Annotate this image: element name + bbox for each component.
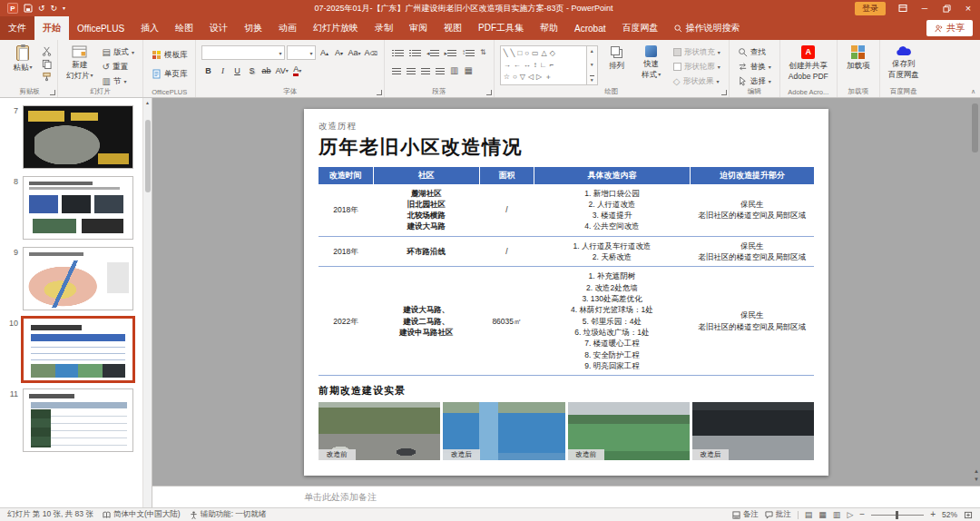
slide-10-thumbnail-selected[interactable] [23, 318, 133, 381]
underline-button[interactable]: U [230, 64, 243, 77]
login-button[interactable]: 登录 [855, 2, 886, 15]
font-name-combobox[interactable]: ▾ [201, 45, 285, 60]
notes-pane[interactable]: 单击此处添加备注 [152, 486, 980, 507]
tab-design[interactable]: 设计 [201, 16, 236, 40]
layout-button[interactable]: ▤版式▾ [100, 45, 137, 59]
clear-formatting-icon[interactable]: A⌫ [364, 46, 379, 60]
minimize-button[interactable]: ─ [915, 1, 935, 15]
photo-before-court[interactable]: 改造前 [568, 402, 690, 460]
copy-icon[interactable] [42, 59, 52, 69]
shape-effects-button[interactable]: ◇形状效果▾ [671, 74, 723, 88]
line-spacing-button[interactable]: ↕ [460, 46, 476, 59]
tab-slideshow[interactable]: 幻灯片放映 [305, 16, 367, 40]
section-button[interactable]: ▥节▾ [100, 74, 137, 88]
slide-7-thumbnail[interactable] [23, 105, 133, 169]
spelling-status[interactable]: 简体中文(中国大陆) [103, 509, 181, 520]
slide-indicator[interactable]: 幻灯片 第 10 张, 共 83 张 [7, 509, 93, 520]
new-slide-button[interactable]: 新建 幻灯片▾ [64, 43, 96, 80]
cut-icon[interactable] [42, 46, 52, 56]
scroll-up-icon[interactable]: ▲ [145, 98, 150, 107]
slide-sorter-view-icon[interactable]: ▦ [818, 511, 827, 519]
decrease-indent-button[interactable]: ◂ [425, 46, 441, 59]
tab-record[interactable]: 录制 [367, 16, 401, 40]
slideshow-view-icon[interactable]: ▷ [847, 511, 853, 519]
tab-help[interactable]: 帮助 [532, 16, 566, 40]
bold-button[interactable]: B [201, 64, 214, 77]
tab-officeplus[interactable]: OfficePLUS [69, 16, 132, 40]
change-case-button[interactable]: Aa▾ [347, 46, 361, 60]
tab-review[interactable]: 审阅 [401, 16, 436, 40]
paste-button[interactable]: 粘贴▾ [7, 43, 38, 72]
reset-button[interactable]: ↺重置 [100, 60, 137, 74]
tab-pdf-tools[interactable]: PDF工具集 [470, 16, 532, 40]
save-icon[interactable] [24, 4, 33, 13]
slide-title[interactable]: 历年老旧小区改造情况 [318, 134, 814, 160]
current-slide[interactable]: 改造历程 历年老旧小区改造情况 改造时间 社区 面积 具体改造内容 [304, 109, 828, 476]
tab-file[interactable]: 文件 [0, 16, 34, 40]
bullets-button[interactable] [390, 46, 406, 59]
zoom-out-icon[interactable]: − [859, 510, 865, 519]
font-size-combobox[interactable]: ▾ [287, 45, 316, 60]
photo-before-street[interactable]: 改造前 [318, 402, 440, 460]
slide-9-thumbnail[interactable] [23, 247, 133, 310]
zoom-slider-thumb[interactable] [896, 511, 898, 519]
strikethrough-button[interactable]: ab [260, 64, 272, 77]
save-to-baidu-netdisk-button[interactable]: 保存到 百度网盘 [886, 43, 922, 79]
reading-view-icon[interactable]: ▥ [833, 511, 841, 519]
clipboard-dialog-launcher-icon[interactable] [50, 90, 55, 95]
paragraph-dialog-launcher-icon[interactable] [486, 90, 492, 95]
photo-after-corner[interactable]: 改造后 [692, 402, 814, 460]
justify-button[interactable] [434, 64, 446, 77]
tab-draw[interactable]: 绘图 [167, 16, 201, 40]
tab-baidu-netdisk[interactable]: 百度网盘 [614, 16, 667, 40]
increase-indent-button[interactable]: ▸ [443, 46, 459, 59]
comments-toggle-button[interactable]: 批注 [765, 509, 791, 520]
find-button[interactable]: 查找 [735, 45, 774, 59]
photo-after-court[interactable]: 改造后 [443, 402, 564, 460]
italic-button[interactable]: I [216, 64, 229, 77]
accessibility-status[interactable]: 辅助功能: 一切就绪 [190, 509, 267, 520]
text-direction-button[interactable]: ⇅ [478, 46, 488, 59]
tab-view[interactable]: 视图 [436, 16, 470, 40]
align-center-button[interactable] [405, 64, 417, 77]
create-share-adobe-pdf-button[interactable]: A 创建并共享 Adobe PDF [786, 43, 831, 81]
scrollbar-thumb[interactable] [972, 103, 978, 152]
tab-acrobat[interactable]: Acrobat [566, 16, 613, 40]
single-page-library-button[interactable]: 单页库 [149, 67, 191, 81]
text-shadow-button[interactable]: S [245, 64, 258, 77]
shapes-gallery-scroll[interactable]: ▲ ▼ ▼ [587, 45, 598, 85]
redo-icon[interactable]: ↻ [51, 5, 58, 13]
replace-button[interactable]: 替换▾ [735, 60, 774, 74]
align-left-button[interactable] [390, 64, 403, 77]
zoom-slider[interactable] [871, 515, 924, 516]
smartart-button[interactable]: ▦ [462, 64, 474, 77]
tab-insert[interactable]: 插入 [132, 16, 167, 40]
qat-customize-icon[interactable]: ▾ [63, 5, 65, 11]
increase-font-size-button[interactable]: A▴ [318, 46, 330, 60]
ribbon-display-options-icon[interactable] [893, 1, 913, 15]
tab-transitions[interactable]: 切换 [236, 16, 270, 40]
thumbnail-scrollbar[interactable]: ▲ [142, 98, 152, 507]
decrease-font-size-button[interactable]: A▾ [332, 46, 345, 60]
character-spacing-button[interactable]: AV▾ [274, 64, 289, 77]
format-painter-icon[interactable] [42, 72, 52, 82]
gallery-more-icon[interactable]: ▼ [590, 75, 594, 83]
quick-styles-button[interactable]: 快速 样式▾ [636, 43, 667, 79]
font-dialog-launcher-icon[interactable] [377, 90, 382, 95]
close-button[interactable]: × [958, 1, 978, 15]
columns-button[interactable]: ▥ [448, 64, 460, 77]
collapse-ribbon-icon[interactable]: ∧ [971, 88, 975, 95]
font-color-button[interactable]: A▾ [291, 64, 304, 77]
drawing-dialog-launcher-icon[interactable] [721, 90, 727, 95]
scroll-up-icon[interactable]: ▲ [590, 48, 594, 54]
previous-slide-icon[interactable]: ▲ [974, 468, 979, 474]
slide-kicker[interactable]: 改造历程 [318, 121, 814, 133]
undo-icon[interactable]: ↺ [38, 5, 45, 13]
tab-home[interactable]: 开始 [34, 16, 69, 40]
restore-button[interactable] [936, 1, 956, 15]
zoom-in-icon[interactable]: + [930, 510, 936, 519]
align-right-button[interactable] [419, 64, 432, 77]
scrollbar-thumb[interactable] [145, 120, 151, 192]
slide-11-thumbnail[interactable] [23, 388, 133, 452]
zoom-level[interactable]: 52% [942, 510, 957, 519]
